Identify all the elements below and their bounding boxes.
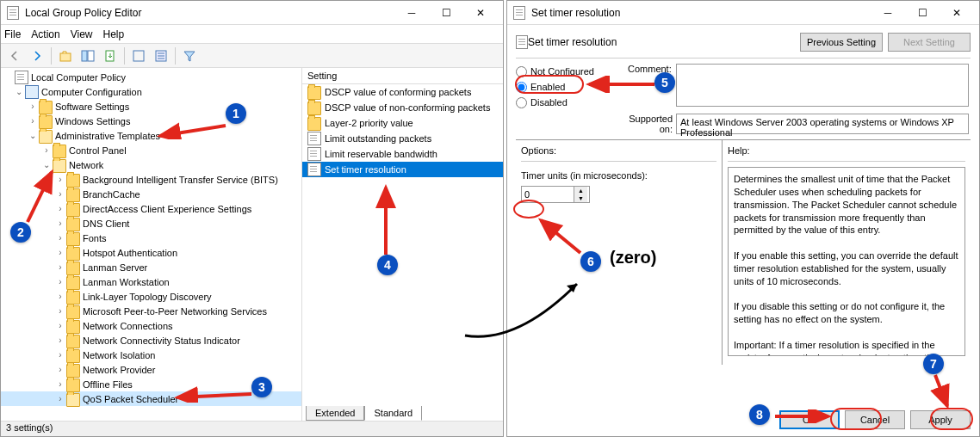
minimize-button[interactable]: ─ — [394, 2, 429, 24]
annotation-zero-text: (zero) — [610, 248, 656, 268]
tree-lanman-workstation[interactable]: ›Lanman Workstation — [1, 274, 301, 289]
dialog-titlebar: Set timer resolution ─ ☐ ✕ — [507, 1, 979, 25]
tree-computer-configuration[interactable]: ⌄Computer Configuration — [1, 84, 301, 99]
menu-action[interactable]: Action — [31, 28, 59, 40]
tree-network-provider[interactable]: ›Network Provider — [1, 362, 301, 377]
tree-network-connections[interactable]: ›Network Connections — [1, 318, 301, 333]
tree-windows-settings[interactable]: ›Windows Settings — [1, 114, 301, 128]
cancel-button[interactable]: Cancel — [845, 410, 905, 429]
tree-network-isolation[interactable]: ›Network Isolation — [1, 348, 301, 362]
apply-button[interactable]: Apply — [910, 410, 971, 429]
annotation-1: 1 — [226, 103, 246, 124]
policy-tree[interactable]: Local Computer Policy ⌄Computer Configur… — [1, 68, 302, 421]
folder-icon — [66, 305, 80, 319]
timer-units-label: Timer units (in microseconds): — [521, 170, 716, 181]
gpedit-window: Local Group Policy Editor ─ ☐ ✕ File Act… — [0, 0, 504, 437]
list-tabs: Extended Standard — [306, 406, 422, 421]
properties-button[interactable] — [151, 46, 171, 65]
annotation-5: 5 — [654, 72, 675, 93]
folder-icon — [66, 320, 80, 334]
folder-icon — [53, 145, 66, 158]
folder-icon — [66, 262, 80, 275]
svg-rect-4 — [133, 51, 144, 61]
dialog-minimize-button[interactable]: ─ — [871, 2, 905, 24]
tree-software-settings[interactable]: ›Software Settings — [1, 99, 301, 114]
list-header[interactable]: Setting — [302, 68, 503, 84]
policy-header-icon — [516, 35, 528, 49]
close-button[interactable]: ✕ — [463, 2, 498, 24]
timer-units-spinner[interactable]: ▲▼ — [521, 186, 590, 203]
folder-icon — [66, 276, 80, 290]
up-button[interactable] — [55, 46, 76, 65]
tab-standard[interactable]: Standard — [364, 406, 422, 421]
folder-icon — [66, 379, 80, 392]
tree-control-panel[interactable]: ›Control Panel — [1, 143, 301, 157]
next-setting-button[interactable]: Next Setting — [888, 33, 971, 52]
tree-link-layer-topology-discovery[interactable]: ›Link-Layer Topology Discovery — [1, 289, 301, 304]
app-icon — [6, 6, 20, 20]
supported-label: Supported on: — [628, 114, 676, 134]
dialog-maximize-button[interactable]: ☐ — [905, 2, 940, 24]
menu-view[interactable]: View — [71, 28, 93, 40]
folder-icon — [66, 335, 80, 348]
radio-enabled[interactable]: Enabled — [516, 79, 628, 95]
radio-disabled[interactable]: Disabled — [516, 95, 628, 110]
folder-icon — [66, 232, 80, 246]
setting-row[interactable]: Limit reservable bandwidth — [302, 146, 503, 162]
setting-icon — [307, 147, 321, 161]
folder-icon — [66, 174, 80, 188]
previous-setting-button[interactable]: Previous Setting — [800, 33, 883, 52]
maximize-button[interactable]: ☐ — [429, 2, 463, 24]
titlebar: Local Group Policy Editor ─ ☐ ✕ — [1, 1, 503, 25]
ok-button[interactable]: OK — [779, 410, 840, 429]
settings-list[interactable]: Setting DSCP value of conforming packets… — [302, 68, 503, 421]
folder-icon — [66, 247, 80, 261]
tree-administrative-templates[interactable]: ⌄Administrative Templates — [1, 128, 301, 143]
setting-row[interactable]: Set timer resolution — [302, 162, 503, 177]
folder-icon — [66, 291, 80, 305]
comment-field[interactable] — [676, 64, 969, 107]
setting-icon — [307, 132, 321, 145]
folder-icon — [307, 117, 321, 131]
dialog-close-button[interactable]: ✕ — [940, 2, 974, 24]
filter-button[interactable] — [179, 46, 200, 65]
folder-open-icon — [53, 159, 66, 173]
tree-network-connectivity-status-indicator[interactable]: ›Network Connectivity Status Indicator — [1, 333, 301, 348]
status-bar: 3 setting(s) — [1, 421, 503, 436]
toolbar — [1, 44, 503, 68]
tree-directaccess-client-experience-settings[interactable]: ›DirectAccess Client Experience Settings — [1, 201, 301, 216]
tree-background-intelligent-transfer-service-bits-[interactable]: ›Background Intelligent Transfer Service… — [1, 172, 301, 187]
tree-branchcache[interactable]: ›BranchCache — [1, 187, 301, 201]
tab-extended[interactable]: Extended — [306, 406, 364, 421]
tree-microsoft-peer-to-peer-networking-services[interactable]: ›Microsoft Peer-to-Peer Networking Servi… — [1, 304, 301, 318]
timer-resolution-dialog: Set timer resolution ─ ☐ ✕ Set timer res… — [506, 0, 980, 437]
tree-hotspot-authentication[interactable]: ›Hotspot Authentication — [1, 245, 301, 260]
menu-help[interactable]: Help — [103, 28, 125, 40]
forward-button[interactable] — [27, 46, 47, 65]
annotation-7: 7 — [923, 354, 944, 374]
spin-up-icon[interactable]: ▲ — [574, 187, 587, 194]
back-button[interactable] — [4, 46, 25, 65]
svg-rect-1 — [82, 51, 87, 61]
window-title: Local Group Policy Editor — [25, 7, 394, 19]
tree-lanman-server[interactable]: ›Lanman Server — [1, 260, 301, 274]
tree-dns-client[interactable]: ›DNS Client — [1, 216, 301, 231]
annotation-3: 3 — [251, 377, 272, 397]
policy-name-header: Set timer resolution — [528, 36, 795, 48]
tree-fonts[interactable]: ›Fonts — [1, 231, 301, 245]
timer-units-input[interactable] — [522, 189, 574, 200]
refresh-button[interactable] — [128, 46, 149, 65]
menu-file[interactable]: File — [4, 28, 21, 40]
export-button[interactable] — [100, 46, 121, 65]
setting-row[interactable]: DSCP value of conforming packets — [302, 84, 503, 100]
spin-down-icon[interactable]: ▼ — [574, 194, 587, 202]
tree-root[interactable]: Local Computer Policy — [1, 70, 301, 84]
computer-icon — [25, 85, 39, 99]
radio-not-configured[interactable]: Not Configured — [516, 64, 628, 79]
setting-row[interactable]: Layer-2 priority value — [302, 115, 503, 131]
setting-row[interactable]: Limit outstanding packets — [302, 131, 503, 146]
setting-row[interactable]: DSCP value of non-conforming packets — [302, 100, 503, 115]
tree-network[interactable]: ⌄Network — [1, 157, 301, 172]
help-text: Determines the smallest unit of time tha… — [728, 167, 965, 356]
show-hide-tree-button[interactable] — [78, 46, 98, 65]
